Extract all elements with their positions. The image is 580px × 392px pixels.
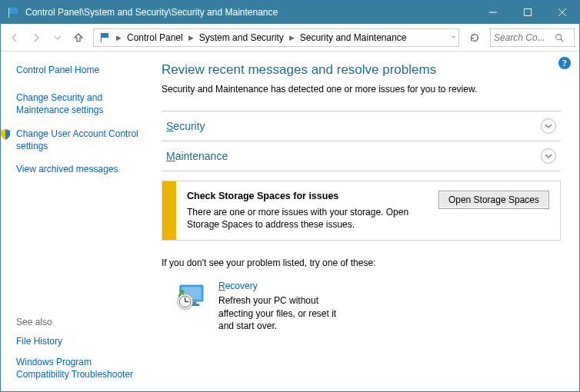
see-also-file-history[interactable]: File History: [16, 335, 142, 347]
footer-note: If you don't see your problem listed, tr…: [162, 257, 561, 268]
maximize-button[interactable]: [510, 1, 545, 24]
titlebar: Control Panel\System and Security\Securi…: [1, 1, 579, 24]
svg-rect-6: [101, 33, 108, 38]
address-dropdown-icon[interactable]: ⌄: [451, 32, 457, 39]
location-flag-icon: [98, 32, 111, 44]
control-panel-flag-icon: [7, 6, 19, 18]
sidebar-change-security-settings[interactable]: Change Security and Maintenance settings: [16, 91, 142, 116]
svg-rect-3: [524, 9, 531, 16]
page-subtitle: Security and Maintenance has detected on…: [162, 84, 561, 95]
search-box[interactable]: [490, 28, 575, 47]
storage-alert: Check Storage Spaces for issues There ar…: [162, 181, 561, 241]
minimize-button[interactable]: [475, 1, 510, 24]
chevron-right-icon[interactable]: ▶: [186, 34, 196, 42]
recovery-description: Refresh your PC without affecting your f…: [218, 294, 349, 332]
maintenance-section-title: Maintenance: [166, 150, 228, 162]
address-bar[interactable]: ▶ Control Panel ▶ System and Security ▶ …: [93, 28, 459, 47]
help-icon[interactable]: ?: [558, 56, 572, 70]
sidebar-view-archived[interactable]: View archived messages: [16, 163, 142, 175]
svg-point-8: [556, 34, 562, 39]
sidebar-home-link[interactable]: Control Panel Home: [16, 64, 142, 76]
search-input[interactable]: [494, 32, 554, 43]
see-also-section: See also File History Windows Program Co…: [16, 317, 142, 380]
security-section-header[interactable]: Security: [162, 111, 561, 141]
breadcrumb-control-panel[interactable]: Control Panel: [124, 29, 186, 46]
alert-warning-stripe: [162, 181, 176, 240]
back-button[interactable]: [5, 28, 24, 47]
forward-button[interactable]: [27, 28, 45, 47]
sidebar-change-uac-settings[interactable]: Change User Account Control settings: [16, 128, 142, 152]
sidebar: Control Panel Home Change Security and M…: [1, 51, 151, 391]
up-button[interactable]: [70, 29, 87, 46]
recent-dropdown[interactable]: [48, 28, 67, 47]
refresh-button[interactable]: [465, 28, 484, 47]
main-panel: ? Review recent messages and resolve pro…: [151, 51, 579, 391]
breadcrumb-system-security[interactable]: System and Security: [196, 29, 287, 46]
window-title: Control Panel\System and Security\Securi…: [25, 7, 475, 18]
toolbar: ▶ Control Panel ▶ System and Security ▶ …: [1, 24, 579, 51]
svg-rect-1: [8, 8, 9, 18]
shield-icon: [0, 128, 12, 141]
recovery-block: Recovery Refresh your PC without affecti…: [162, 281, 561, 332]
chevron-right-icon[interactable]: ▶: [114, 34, 124, 42]
svg-line-9: [561, 38, 564, 42]
svg-rect-0: [8, 8, 18, 14]
open-storage-spaces-button[interactable]: Open Storage Spaces: [438, 191, 549, 209]
maintenance-section-header[interactable]: Maintenance: [162, 141, 561, 171]
see-also-compat-troubleshooter[interactable]: Windows Program Compatibility Troublesho…: [16, 356, 142, 380]
svg-rect-7: [101, 33, 102, 42]
chevron-down-icon[interactable]: [541, 148, 556, 164]
chevron-down-icon[interactable]: [541, 118, 556, 134]
alert-title: Check Storage Spaces for issues: [187, 191, 428, 201]
content-area: Control Panel Home Change Security and M…: [1, 51, 579, 391]
search-icon: [554, 32, 565, 43]
alert-description: There are one or more issues with your s…: [187, 206, 428, 231]
svg-text:?: ?: [562, 58, 567, 68]
security-section-title: Security: [166, 120, 205, 132]
recovery-icon: [174, 281, 208, 314]
see-also-heading: See also: [16, 317, 142, 327]
page-title: Review recent messages and resolve probl…: [162, 62, 561, 78]
recovery-link[interactable]: Recovery: [218, 281, 349, 291]
close-button[interactable]: [545, 1, 579, 24]
breadcrumb-security-maintenance[interactable]: Security and Maintenance: [297, 29, 410, 46]
chevron-right-icon[interactable]: ▶: [287, 34, 297, 42]
